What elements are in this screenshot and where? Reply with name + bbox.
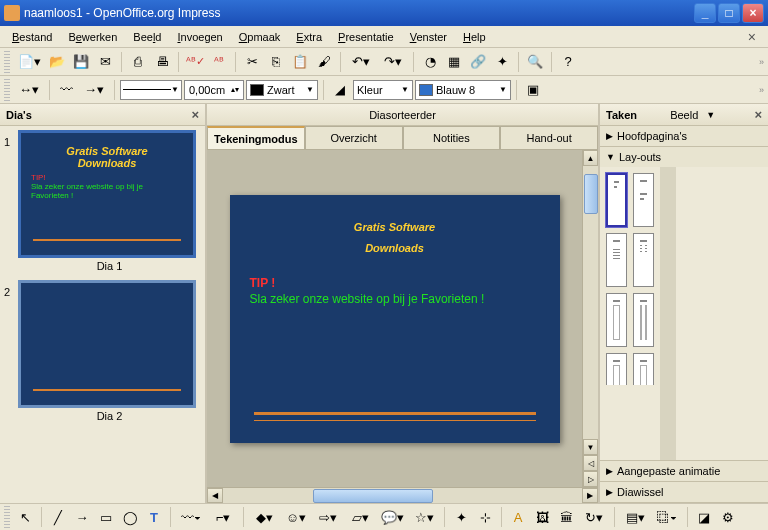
line-color-select[interactable]: Zwart▼ <box>246 80 318 100</box>
help-button[interactable]: ? <box>557 51 579 73</box>
current-slide[interactable]: Gratis SoftwareDownloads TIP ! Sla zeker… <box>230 195 560 443</box>
shadow-button[interactable]: ▣ <box>522 79 544 101</box>
section-aangepaste-animatie[interactable]: ▶Aangepaste animatie <box>600 461 768 481</box>
line-tool[interactable]: ╱ <box>47 506 69 528</box>
pdf-button[interactable]: ⎙ <box>127 51 149 73</box>
open-button[interactable]: 📂 <box>46 51 68 73</box>
arrow-tool[interactable]: → <box>71 506 93 528</box>
slide-thumb-1[interactable]: 1 Gratis SoftwareDownloads TIP! Sla zeke… <box>4 130 201 274</box>
menu-invoegen[interactable]: Invoegen <box>171 29 228 45</box>
fill-type-select[interactable]: Kleur▼ <box>353 80 413 100</box>
fill-color-select[interactable]: Blauw 8▼ <box>415 80 511 100</box>
menu-bestand[interactable]: Bestand <box>6 29 58 45</box>
chart-button[interactable]: ◔ <box>419 51 441 73</box>
undo-button[interactable]: ↶▾ <box>346 51 376 73</box>
minimize-button[interactable]: _ <box>694 3 716 23</box>
hyperlink-button[interactable]: 🔗 <box>467 51 489 73</box>
tasks-view-menu-icon[interactable]: ▼ <box>706 110 715 120</box>
toolbar-overflow-icon[interactable]: » <box>759 57 764 67</box>
slide-canvas[interactable]: Gratis SoftwareDownloads TIP ! Sla zeker… <box>207 150 582 487</box>
navigator-button[interactable]: ✦ <box>491 51 513 73</box>
gallery-tool[interactable]: 🏛 <box>555 506 577 528</box>
align-tool[interactable]: ▤▾ <box>620 506 650 528</box>
rotate-tool[interactable]: ↻▾ <box>579 506 609 528</box>
scroll-left-icon[interactable]: ◀ <box>207 488 223 503</box>
close-button[interactable]: × <box>742 3 764 23</box>
copy-button[interactable]: ⎘ <box>265 51 287 73</box>
toolbar-grip[interactable] <box>4 506 10 528</box>
interaction-tool[interactable]: ⚙ <box>717 506 739 528</box>
horizontal-scrollbar[interactable]: ◀ ▶ <box>207 487 598 503</box>
points-tool[interactable]: ✦ <box>450 506 472 528</box>
new-button[interactable]: 📄▾ <box>14 51 44 73</box>
connector-tool[interactable]: ⌐▾ <box>208 506 238 528</box>
rectangle-tool[interactable]: ▭ <box>95 506 117 528</box>
tab-handout[interactable]: Hand-out <box>500 126 598 149</box>
email-button[interactable]: ✉ <box>94 51 116 73</box>
ellipse-tool[interactable]: ◯ <box>119 506 141 528</box>
stars-tool[interactable]: ☆▾ <box>409 506 439 528</box>
menu-bewerken[interactable]: Bewerken <box>62 29 123 45</box>
basic-shapes-tool[interactable]: ◆▾ <box>249 506 279 528</box>
zoom-button[interactable]: 🔍 <box>524 51 546 73</box>
menu-opmaak[interactable]: Opmaak <box>233 29 287 45</box>
layout-item[interactable] <box>633 233 654 287</box>
tab-overzicht[interactable]: Overzicht <box>305 126 403 149</box>
spellcheck-button[interactable]: ᴬᴮ✓ <box>184 51 206 73</box>
line-style-select[interactable]: ▼ <box>120 80 182 100</box>
extrusion-tool[interactable]: ◪ <box>693 506 715 528</box>
menu-beeld[interactable]: Beeld <box>127 29 167 45</box>
tasks-view-label[interactable]: Beeld <box>670 109 698 121</box>
layout-item[interactable] <box>606 293 627 347</box>
glue-points-tool[interactable]: ⊹ <box>474 506 496 528</box>
toolbar-grip[interactable] <box>4 79 10 101</box>
slide-thumb-2[interactable]: 2 Dia 2 <box>4 280 201 424</box>
slides-panel-close-icon[interactable]: × <box>191 107 199 122</box>
tab-tekeningmodus[interactable]: Tekeningmodus <box>207 126 305 149</box>
scroll-down-icon[interactable]: ▼ <box>583 439 598 455</box>
save-button[interactable]: 💾 <box>70 51 92 73</box>
line-style-button[interactable]: 〰 <box>55 79 77 101</box>
layout-item[interactable] <box>633 173 654 227</box>
select-tool[interactable]: ↖ <box>14 506 36 528</box>
from-file-tool[interactable]: 🖼 <box>531 506 553 528</box>
fontwork-tool[interactable]: A <box>507 506 529 528</box>
toolbar-grip[interactable] <box>4 51 10 73</box>
section-hoofdpaginas[interactable]: ▶Hoofdpagina's <box>600 126 768 146</box>
menu-presentatie[interactable]: Presentatie <box>332 29 400 45</box>
redo-button[interactable]: ↷▾ <box>378 51 408 73</box>
curve-tool[interactable]: 〰▾ <box>176 506 206 528</box>
toolbar-overflow-icon[interactable]: » <box>759 85 764 95</box>
tab-notities[interactable]: Notities <box>403 126 501 149</box>
flowcharts-tool[interactable]: ▱▾ <box>345 506 375 528</box>
callouts-tool[interactable]: 💬▾ <box>377 506 407 528</box>
auto-spellcheck-button[interactable]: ᴬᴮ <box>208 51 230 73</box>
format-paintbrush-button[interactable]: 🖌 <box>313 51 335 73</box>
menu-extra[interactable]: Extra <box>290 29 328 45</box>
layout-item[interactable] <box>633 353 654 385</box>
maximize-button[interactable]: □ <box>718 3 740 23</box>
arrange-tool[interactable]: ⿻▾ <box>652 506 682 528</box>
cut-button[interactable]: ✂ <box>241 51 263 73</box>
layout-item[interactable] <box>606 233 627 287</box>
text-tool[interactable]: T <box>143 506 165 528</box>
scroll-thumb[interactable] <box>584 174 598 214</box>
print-button[interactable]: 🖶 <box>151 51 173 73</box>
symbol-shapes-tool[interactable]: ☺▾ <box>281 506 311 528</box>
spreadsheet-button[interactable]: ▦ <box>443 51 465 73</box>
arrow-style-button[interactable]: ↔▾ <box>14 79 44 101</box>
line-width-input[interactable]: 0,00cm▴▾ <box>184 80 244 100</box>
view-tab-sorter[interactable]: Diasorteerder <box>207 104 598 126</box>
doc-close-icon[interactable]: × <box>742 27 762 47</box>
scroll-up-icon[interactable]: ▲ <box>583 150 598 166</box>
menu-help[interactable]: Help <box>457 29 492 45</box>
layout-item[interactable] <box>606 173 627 227</box>
layouts-scrollbar[interactable] <box>660 167 676 460</box>
vertical-scrollbar[interactable]: ▲ ▼ ◁ ▷ <box>582 150 598 487</box>
section-diawissel[interactable]: ▶Diawissel <box>600 482 768 502</box>
layout-item[interactable] <box>606 353 627 385</box>
scroll-thumb[interactable] <box>313 489 433 503</box>
menu-venster[interactable]: Venster <box>404 29 453 45</box>
section-layouts[interactable]: ▼Lay-outs <box>600 147 768 167</box>
line-end-button[interactable]: →▾ <box>79 79 109 101</box>
